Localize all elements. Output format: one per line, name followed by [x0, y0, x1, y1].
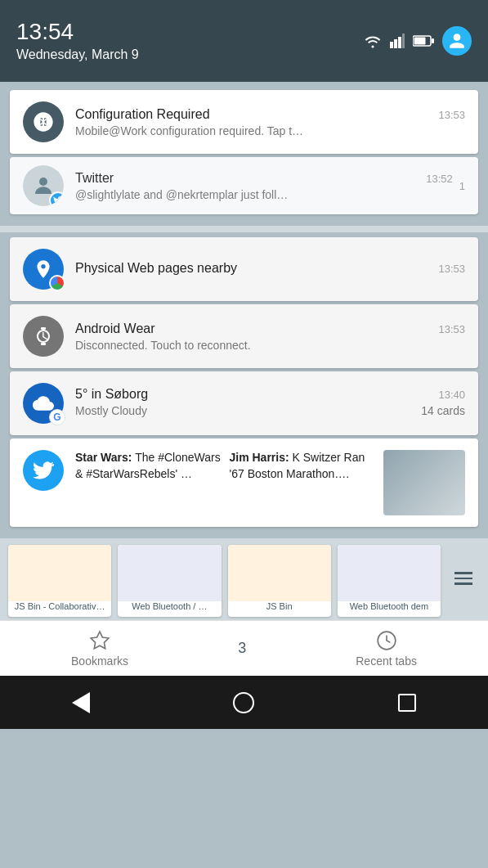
notif-title-twitter: Twitter — [75, 171, 114, 186]
notifications-group-2: Physical Web pages nearby 13:53 Android … — [0, 232, 488, 538]
svg-rect-0 — [390, 42, 393, 48]
svg-rect-9 — [41, 327, 46, 330]
nav-bar — [0, 676, 488, 729]
notif-title-ble: Physical Web pages nearby — [75, 261, 237, 276]
svg-rect-6 — [432, 38, 434, 43]
app-label-webbt1: Web Bluetooth / … — [128, 601, 210, 612]
notif-icon-ble — [23, 249, 64, 290]
app-label-webbt2: Web Bluetooth dem — [347, 601, 432, 612]
notif-content-ble: Physical Web pages nearby 13:53 — [75, 261, 465, 278]
twitter-partial-avatar — [23, 165, 64, 206]
notif-content-config: Configuration Required 13:53 Mobile@Work… — [75, 107, 465, 137]
recent-tabs-label: Recent tabs — [356, 654, 417, 668]
notif-weather[interactable]: G 5° in Søborg 13:40 Mostly Cloudy 14 ca… — [10, 371, 478, 435]
tweet-col-1: Star Wars: The #CloneWars & #StarWarsReb… — [75, 450, 222, 515]
recents-button[interactable] — [398, 694, 416, 712]
wifi-icon — [364, 34, 382, 48]
status-bar: 13:54 Wednesday, March 9 — [0, 0, 488, 82]
recent-tabs-button[interactable]: Recent tabs — [356, 630, 417, 668]
app-thumb-jsbin1[interactable]: JS Bin - Collaborativ… — [8, 545, 111, 617]
page-count: 3 — [238, 640, 246, 657]
status-date: Wednesday, March 9 — [16, 47, 139, 62]
tweet-image — [383, 450, 465, 515]
twitter-badge — [49, 191, 64, 206]
notif-content-wear: Android Wear 13:53 Disconnected. Touch t… — [75, 322, 465, 352]
sep-1 — [0, 226, 488, 232]
notif-time-ble: 13:53 — [438, 263, 465, 275]
notif-content-weather: 5° in Søborg 13:40 Mostly Cloudy 14 card… — [75, 387, 465, 420]
notif-physical-web[interactable]: Physical Web pages nearby 13:53 — [10, 237, 478, 301]
google-badge-weather: G — [49, 409, 65, 425]
signal-icon — [390, 34, 405, 48]
notif-icon-tweet — [23, 450, 64, 491]
status-icons — [364, 26, 472, 56]
chrome-badge-ble — [49, 275, 65, 291]
app-thumb-webbt1[interactable]: Web Bluetooth / … — [118, 545, 221, 617]
app-label-jsbin2: JS Bin — [263, 601, 296, 612]
notif-config[interactable]: Configuration Required 13:53 Mobile@Work… — [10, 90, 478, 154]
svg-rect-2 — [398, 37, 401, 48]
notif-tweet[interactable]: Star Wars: The #CloneWars & #StarWarsReb… — [10, 438, 478, 527]
notif-title-config: Configuration Required — [75, 107, 210, 122]
notif-body-config: Mobile@Work configuration required. Tap … — [75, 124, 465, 137]
tweet-content: Star Wars: The #CloneWars & #StarWarsReb… — [75, 450, 465, 515]
svg-rect-10 — [41, 343, 46, 345]
tweet1-author: Star Wars: — [75, 451, 132, 464]
svg-rect-3 — [402, 34, 405, 48]
notif-android-wear[interactable]: Android Wear 13:53 Disconnected. Touch t… — [10, 304, 478, 368]
back-button[interactable] — [72, 692, 90, 713]
notif-icon-config — [23, 101, 64, 142]
user-avatar[interactable] — [442, 26, 472, 56]
notif-body-wear: Disconnected. Touch to reconnect. — [75, 339, 465, 352]
apps-strip: JS Bin - Collaborativ… Web Bluetooth / …… — [0, 538, 488, 620]
notif-icon-weather: G — [23, 383, 64, 424]
status-time: 13:54 — [16, 20, 139, 45]
notif-icon-wear — [23, 316, 64, 357]
notif-time-config: 13:53 — [438, 109, 465, 121]
bottom-bar: Bookmarks 3 Recent tabs — [0, 620, 488, 676]
battery-icon — [413, 35, 434, 47]
home-button[interactable] — [233, 692, 254, 713]
notif-count-twitter: 1 — [459, 180, 465, 192]
hamburger-menu[interactable] — [454, 572, 472, 585]
clock-icon — [376, 630, 397, 651]
notif-title-wear: Android Wear — [75, 322, 155, 336]
notif-time-wear: 13:53 — [438, 323, 465, 335]
svg-rect-5 — [414, 38, 426, 45]
tweet-col-2: Jim Harris: K Switzer Ran '67 Boston Mar… — [230, 450, 376, 515]
app-thumb-jsbin2[interactable]: JS Bin — [228, 545, 331, 617]
bookmarks-button[interactable]: Bookmarks — [71, 630, 128, 668]
tweet2-author: Jim Harris: — [230, 451, 289, 464]
notif-time-twitter: 13:52 — [426, 173, 453, 185]
notifications-area: Configuration Required 13:53 Mobile@Work… — [0, 82, 488, 226]
app-thumb-menu[interactable] — [447, 545, 480, 617]
notif-time-weather: 13:40 — [438, 389, 465, 401]
svg-point-8 — [39, 178, 47, 186]
app-thumb-webbt2[interactable]: Web Bluetooth dem — [338, 545, 441, 617]
star-icon — [89, 630, 110, 651]
notif-body-weather: Mostly Cloudy — [75, 404, 147, 417]
svg-rect-1 — [394, 39, 397, 48]
notif-title-weather: 5° in Søborg — [75, 387, 148, 402]
notif-content-twitter-partial: Twitter 13:52 @slightlylate and @nekrtem… — [75, 171, 453, 201]
notif-body-twitter: @slightlylate and @nekrtemplar just foll… — [75, 188, 453, 201]
notif-extra-weather: 14 cards — [421, 404, 465, 417]
notif-twitter-partial[interactable]: Twitter 13:52 @slightlylate and @nekrtem… — [10, 157, 478, 214]
bookmarks-label: Bookmarks — [71, 654, 128, 668]
app-label-jsbin1: JS Bin - Collaborativ… — [11, 601, 109, 612]
